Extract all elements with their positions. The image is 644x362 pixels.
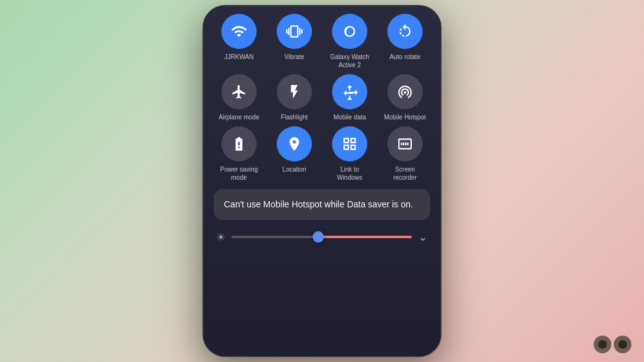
grid-row-1: JJRKWAN Vibrate Galaxy Watch Active 2: [214, 14, 430, 69]
tile-flashlight[interactable]: Flashlight: [269, 74, 319, 121]
phone-container: JJRKWAN Vibrate Galaxy Watch Active 2: [203, 5, 441, 357]
brightness-thumb: [313, 231, 324, 243]
power-saving-icon: [221, 126, 257, 162]
quick-settings-panel: JJRKWAN Vibrate Galaxy Watch Active 2: [214, 14, 430, 346]
watermark: [594, 336, 631, 353]
screen-recorder-label: Screen recorder: [383, 165, 427, 182]
hotspot-label: Mobile Hotspot: [384, 113, 426, 121]
mobile-data-label: Mobile data: [333, 113, 366, 121]
tile-link-windows[interactable]: Link to Windows: [325, 126, 375, 182]
tile-screen-recorder[interactable]: Screen recorder: [380, 126, 430, 182]
phone-screen: JJRKWAN Vibrate Galaxy Watch Active 2: [204, 6, 440, 356]
watermark-inner-right: [618, 340, 627, 349]
watermark-circle-left: [594, 336, 611, 353]
tooltip-text: Can't use Mobile Hotspot while Data save…: [224, 199, 413, 209]
airplane-icon: [221, 74, 257, 109]
watermark-circle-right: [614, 336, 631, 353]
watermark-inner-left: [598, 340, 607, 349]
auto-rotate-label: Auto rotate: [390, 53, 421, 61]
screen-recorder-icon: [387, 126, 423, 162]
airplane-label: Airplane mode: [219, 113, 259, 121]
brightness-row: ☀ ⌄: [214, 230, 430, 244]
wifi-icon: [221, 14, 257, 49]
grid-row-2: Airplane mode Flashlight Mobile data: [214, 74, 430, 121]
grid-row-3: Power saving mode Location Link to Windo…: [214, 126, 430, 182]
galaxy-watch-label: Galaxy Watch Active 2: [328, 53, 372, 69]
tile-galaxy-watch[interactable]: Galaxy Watch Active 2: [325, 14, 375, 69]
hotspot-icon: [387, 74, 423, 109]
tooltip-box: Can't use Mobile Hotspot while Data save…: [214, 189, 430, 220]
expand-icon[interactable]: ⌄: [418, 230, 428, 244]
link-windows-icon: [332, 126, 367, 162]
vibrate-label: Vibrate: [284, 53, 304, 61]
tile-wifi[interactable]: JJRKWAN: [214, 14, 264, 69]
vibrate-icon: [277, 14, 312, 49]
galaxy-watch-icon: [332, 14, 367, 49]
location-label: Location: [282, 165, 306, 173]
mobile-data-icon: [332, 74, 367, 109]
tile-hotspot[interactable]: Mobile Hotspot: [380, 74, 430, 121]
power-saving-label: Power saving mode: [217, 165, 261, 182]
flashlight-label: Flashlight: [281, 113, 308, 121]
tile-mobile-data[interactable]: Mobile data: [325, 74, 375, 121]
flashlight-icon: [277, 74, 312, 109]
tile-auto-rotate[interactable]: Auto rotate: [380, 14, 430, 69]
tile-location[interactable]: Location: [269, 126, 319, 182]
tile-vibrate[interactable]: Vibrate: [269, 14, 319, 69]
brightness-slider[interactable]: [231, 236, 412, 238]
tile-airplane[interactable]: Airplane mode: [214, 74, 264, 121]
link-windows-label: Link to Windows: [328, 165, 372, 182]
tile-power-saving[interactable]: Power saving mode: [214, 126, 264, 182]
auto-rotate-icon: [387, 14, 423, 49]
wifi-label: JJRKWAN: [225, 53, 254, 61]
brightness-min-icon: ☀: [216, 231, 225, 243]
location-icon: [277, 126, 312, 162]
